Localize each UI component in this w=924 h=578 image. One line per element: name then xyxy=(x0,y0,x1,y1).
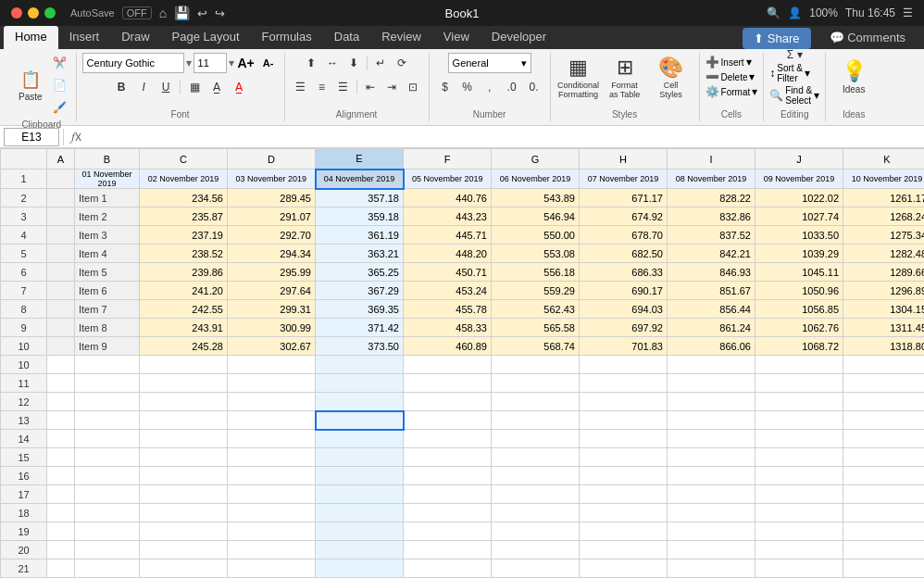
cell-I20[interactable] xyxy=(668,541,755,559)
cell-H13[interactable] xyxy=(580,411,668,430)
cell-C12[interactable] xyxy=(140,393,228,411)
cell-C8[interactable]: 242.55 xyxy=(140,300,228,319)
cell-H5[interactable]: 682.50 xyxy=(580,245,668,263)
cell-F13[interactable] xyxy=(404,411,492,430)
cell-E3[interactable]: 359.18 xyxy=(316,207,404,226)
cell-H15[interactable] xyxy=(580,448,668,467)
cell-B2[interactable]: Item 1 xyxy=(75,189,140,207)
cell-D11[interactable] xyxy=(228,374,316,393)
autosum-button[interactable]: Σ ▾ xyxy=(769,48,819,61)
cell-I16[interactable] xyxy=(668,467,755,485)
cell-E5[interactable]: 363.21 xyxy=(316,245,404,263)
format-painter-button[interactable]: 🖌️ xyxy=(50,97,70,118)
font-size-down-button[interactable]: A- xyxy=(258,53,279,73)
cell-E7[interactable]: 367.29 xyxy=(316,282,404,300)
cell-H9[interactable]: 697.92 xyxy=(580,319,668,337)
cell-F21[interactable] xyxy=(404,559,492,578)
cell-H12[interactable] xyxy=(580,393,668,411)
cell-D2[interactable]: 289.45 xyxy=(228,189,316,207)
cell-E21[interactable] xyxy=(316,559,404,578)
cell-D12[interactable] xyxy=(228,393,316,411)
col-header-K[interactable]: K xyxy=(843,149,925,170)
cell-D6[interactable]: 295.99 xyxy=(228,263,316,282)
align-right-button[interactable]: ☰ xyxy=(333,77,354,97)
col-header-J[interactable]: J xyxy=(755,149,843,170)
cell-K20[interactable] xyxy=(843,541,925,559)
cell-I8[interactable]: 856.44 xyxy=(668,300,755,319)
decrease-decimal-button[interactable]: 0. xyxy=(524,77,544,97)
cell-K15[interactable] xyxy=(843,448,925,467)
cell-H16[interactable] xyxy=(580,467,668,485)
row-header-5[interactable]: 5 xyxy=(1,245,47,263)
comma-button[interactable]: , xyxy=(480,77,500,97)
cell-E6[interactable]: 365.25 xyxy=(316,263,404,282)
cell-C2[interactable]: 234.56 xyxy=(140,189,228,207)
cell-B9[interactable]: Item 8 xyxy=(75,319,140,337)
orientation-button[interactable]: ⟳ xyxy=(392,53,412,73)
cell-K16[interactable] xyxy=(843,467,925,485)
cell-G16[interactable] xyxy=(492,467,580,485)
cell-H21[interactable] xyxy=(580,559,668,578)
cell-J20[interactable] xyxy=(755,541,843,559)
delete-cells-button[interactable]: ➖ Delete ▾ xyxy=(705,70,758,83)
cell-K14[interactable] xyxy=(843,430,925,448)
cell-C7[interactable]: 241.20 xyxy=(140,282,228,300)
cell-B12[interactable] xyxy=(75,393,140,411)
cell-E8[interactable]: 369.35 xyxy=(316,300,404,319)
cell-I21[interactable] xyxy=(668,559,755,578)
home-icon[interactable]: ⌂ xyxy=(159,6,167,20)
cell-C13[interactable] xyxy=(140,411,228,430)
cell-I14[interactable] xyxy=(668,430,755,448)
cell-B1[interactable]: 01 November 2019 xyxy=(75,170,140,189)
indent-right-button[interactable]: ⇥ xyxy=(381,77,402,97)
cell-A4[interactable] xyxy=(47,226,75,245)
tab-formulas[interactable]: Formulas xyxy=(251,26,323,49)
cell-G11[interactable] xyxy=(492,374,580,393)
cell-C1[interactable]: 02 November 2019 xyxy=(140,170,228,189)
cell-B16[interactable] xyxy=(75,467,140,485)
cell-D7[interactable]: 297.64 xyxy=(228,282,316,300)
cell-G17[interactable] xyxy=(492,485,580,504)
cell-K7[interactable]: 1296.89 xyxy=(843,282,925,300)
cell-G7[interactable]: 559.29 xyxy=(492,282,580,300)
cell-F2[interactable]: 440.76 xyxy=(404,189,492,207)
cell-A3[interactable] xyxy=(47,207,75,226)
cell-H20[interactable] xyxy=(580,541,668,559)
tab-developer[interactable]: Developer xyxy=(481,26,557,49)
cell-F11[interactable] xyxy=(404,374,492,393)
cell-E2[interactable]: 357.18 xyxy=(316,189,404,207)
cell-A18[interactable] xyxy=(47,504,75,522)
cell-J1[interactable]: 09 November 2019 xyxy=(755,170,843,189)
cell-D14[interactable] xyxy=(228,430,316,448)
cell-G4[interactable]: 550.00 xyxy=(492,226,580,245)
cell-D5[interactable]: 294.34 xyxy=(228,245,316,263)
row-header-9[interactable]: 9 xyxy=(1,319,47,337)
cell-G18[interactable] xyxy=(492,504,580,522)
cell-A19[interactable] xyxy=(47,522,75,541)
cell-F20[interactable] xyxy=(404,541,492,559)
align-middle-button[interactable]: ↔ xyxy=(322,53,343,73)
cell-A9[interactable] xyxy=(47,319,75,337)
cell-C10[interactable] xyxy=(140,356,228,374)
row-header-11[interactable]: 11 xyxy=(1,374,47,393)
cell-C6[interactable]: 239.86 xyxy=(140,263,228,282)
cell-B3[interactable]: Item 2 xyxy=(75,207,140,226)
cell-H17[interactable] xyxy=(580,485,668,504)
col-header-D[interactable]: D xyxy=(228,149,316,170)
cell-I10[interactable]: 866.06 xyxy=(668,337,755,356)
cell-G15[interactable] xyxy=(492,448,580,467)
cell-G6[interactable]: 556.18 xyxy=(492,263,580,282)
cell-I4[interactable]: 837.52 xyxy=(668,226,755,245)
row-header-16[interactable]: 16 xyxy=(1,467,47,485)
font-name-input[interactable] xyxy=(82,53,184,73)
col-header-B[interactable]: B xyxy=(75,149,140,170)
cell-A10[interactable] xyxy=(47,337,75,356)
cell-D20[interactable] xyxy=(228,541,316,559)
cell-A10[interactable] xyxy=(47,356,75,374)
cell-H11[interactable] xyxy=(580,374,668,393)
cell-J5[interactable]: 1039.29 xyxy=(755,245,843,263)
cell-A16[interactable] xyxy=(47,467,75,485)
cell-I12[interactable] xyxy=(668,393,755,411)
cell-I7[interactable]: 851.67 xyxy=(668,282,755,300)
cell-E15[interactable] xyxy=(316,448,404,467)
